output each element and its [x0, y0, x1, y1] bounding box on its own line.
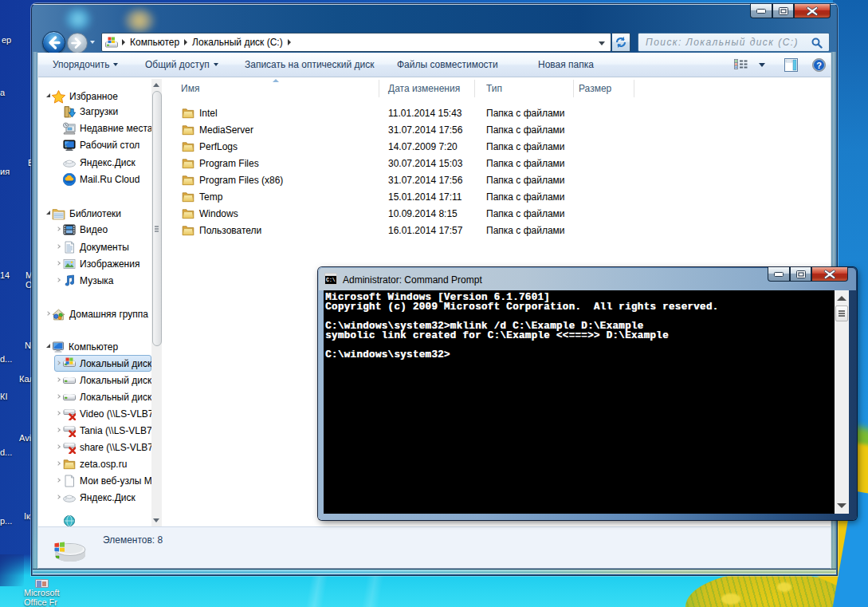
svg-text:C:\: C:\: [326, 278, 336, 283]
svg-text:?: ?: [816, 61, 822, 70]
